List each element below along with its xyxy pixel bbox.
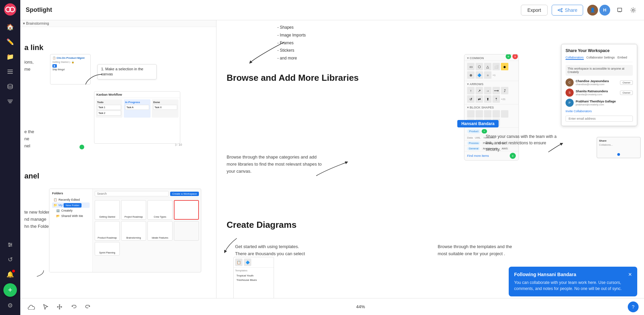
shape-cell[interactable]: ○ [484, 71, 491, 79]
undo-icon[interactable] [68, 301, 79, 312]
annotation-link-title: a link [24, 43, 43, 52]
diagram-icons-mockup: 📋 🔷 Templates Tropical Youth Treehouse B… [233, 257, 274, 298]
sidebar-item-draw[interactable]: ✏️ [4, 36, 16, 48]
invite-collaborators-link[interactable]: Invite Collaborators [566, 110, 633, 113]
sidebar-item-folders[interactable]: 📁 [4, 51, 16, 63]
move-icon[interactable] [54, 301, 65, 312]
svg-point-6 [8, 84, 13, 86]
block-cell[interactable] [501, 110, 508, 118]
sidebar-item-history[interactable]: ↺ [4, 253, 16, 266]
callout-box: 1. Make a selection in the canvas [97, 64, 157, 79]
sidebar-item-notifications[interactable]: 🔔 [4, 268, 16, 281]
arrow-cell[interactable]: ↑ [467, 87, 475, 94]
share-user-1-role[interactable]: Owner [620, 80, 633, 85]
following-close-button[interactable]: × [628, 271, 632, 277]
arrow-cell[interactable]: ⤴ [501, 87, 508, 94]
share-canvas-desc: Share your canvas with the team with a l… [486, 134, 557, 153]
sidebar: 🏠 ✏️ 📁 ↺ 🔔 + ⚙ [0, 0, 20, 315]
share-user-2: S Shanita Ratnasundera shanita@creately.… [566, 89, 633, 97]
arrow-cell[interactable]: ↺ [467, 95, 475, 103]
main-canvas: ▾ Brainstorming a link ions,me 📋 Chi-On … [20, 20, 644, 315]
tab-embed[interactable]: Embed [618, 56, 627, 60]
shape-cell[interactable]: 🔷 [476, 71, 483, 79]
cloud-icon[interactable] [26, 301, 37, 312]
share-arrow [547, 142, 564, 159]
sidebar-item-settings[interactable]: ⚙ [4, 299, 16, 312]
shape-cell[interactable]: ⬡ [476, 63, 483, 70]
tag-process[interactable]: Process [467, 141, 480, 145]
svg-rect-3 [7, 70, 13, 70]
svg-rect-4 [7, 71, 13, 72]
add-button[interactable]: + [3, 283, 17, 297]
avatar-group: 👤 H [587, 5, 610, 16]
block-cell[interactable] [476, 110, 483, 118]
sidebar-item-lists[interactable] [4, 66, 16, 78]
arrow-cell[interactable]: → [484, 87, 491, 94]
shape-cell[interactable]: ◆ [501, 63, 508, 70]
share-note: This workspace is accessible to anyone a… [566, 65, 633, 76]
arrow-cell[interactable]: ⇡ [492, 95, 500, 103]
arrow-1 [84, 73, 104, 86]
export-button[interactable]: Export [521, 5, 547, 16]
browse-desc: Browse through the shape categories and … [227, 154, 325, 175]
block-cell[interactable] [492, 110, 500, 118]
topbar: Spotlight Export Share 👤 H [20, 0, 644, 20]
annotation-content-c: e thenenel [24, 128, 34, 149]
share-email-input[interactable] [566, 116, 633, 122]
chat-icon[interactable] [614, 5, 625, 16]
shape-cell[interactable]: △ [484, 63, 491, 70]
sidebar-item-layers[interactable] [4, 95, 16, 107]
block-cell[interactable] [484, 110, 491, 118]
sidebar-item-home[interactable]: 🏠 [4, 21, 16, 33]
share-avatar-3: P [566, 99, 574, 107]
sidebar-item-adjust[interactable] [4, 239, 16, 251]
share-user-1-name: Chandise Jayasundara [576, 79, 618, 83]
sidebar-item-database[interactable] [4, 80, 16, 93]
create-workspace-btn[interactable]: Create a Workspace [170, 192, 199, 196]
following-title: Following Hansani Bandara [514, 272, 576, 277]
bottom-toolbar: 44% ? [20, 298, 644, 315]
arrow-cell[interactable]: ↗ [476, 87, 483, 94]
shape-cell[interactable]: ▭ [467, 63, 475, 70]
settings-icon[interactable] [628, 5, 639, 16]
share-user-3-name: Prabhani Thenthiya Gallage [576, 100, 633, 103]
tab-collaborators[interactable]: Collaborators [566, 56, 584, 60]
breadcrumb: ▾ Brainstorming [20, 20, 216, 27]
help-button[interactable]: ? [628, 301, 639, 312]
arrow-cell[interactable]: ⬆ [484, 95, 491, 103]
annotation-link-items: ions,me [24, 59, 33, 73]
block-cell[interactable] [467, 110, 475, 118]
share-panel: Share Your Workspace Collaborators Colla… [561, 44, 637, 126]
tag-general[interactable]: General [467, 147, 480, 150]
share-user-2-email: shanita@creately.com [576, 93, 618, 96]
find-more-items-link[interactable]: Find more items [467, 154, 489, 158]
share-user-1: C Chandise Jayasundara chandisa@creately… [566, 78, 633, 87]
share-mini-panel: Share Collabora... [597, 137, 641, 158]
annotation-panel-title: anel [24, 172, 39, 180]
share-user-3-email: prabhani@creately.com [576, 103, 633, 106]
zoom-percentage: 44% [356, 304, 365, 309]
arrow-cell[interactable]: ⟶ [492, 87, 500, 94]
browse-templates-desc: Browse through the templates and the mos… [438, 243, 515, 258]
arrow-cell[interactable]: ⇄ [476, 95, 483, 103]
left-panel: ▾ Brainstorming a link ions,me 📋 Chi-On … [20, 20, 216, 315]
app-logo [4, 3, 16, 16]
share-icon [557, 7, 563, 13]
svg-rect-8 [8, 101, 12, 102]
svg-point-23 [632, 9, 634, 11]
tag-product[interactable]: Product [467, 129, 481, 134]
tab-collaborator-settings[interactable]: Collaborator Settings [586, 56, 615, 60]
share-button[interactable]: Share [552, 5, 583, 16]
shape-panel-add-btn[interactable]: + [510, 153, 516, 159]
svg-point-15 [9, 245, 10, 247]
shape-cell[interactable]: ⊕ [467, 71, 475, 79]
page-title: Spotlight [26, 6, 517, 14]
share-user-2-role[interactable]: Owner [620, 91, 633, 95]
folder-search-input[interactable] [95, 191, 169, 196]
avatar-user1: 👤 [587, 5, 598, 16]
shape-cell[interactable]: ⬜ [492, 63, 500, 70]
redo-icon[interactable] [83, 301, 93, 312]
tag-add[interactable]: + [482, 129, 487, 134]
cursor-icon[interactable] [40, 301, 51, 312]
kanban-mockup: Kanban Workflow Todo Task 1 Task 2 In Pr… [94, 91, 180, 144]
